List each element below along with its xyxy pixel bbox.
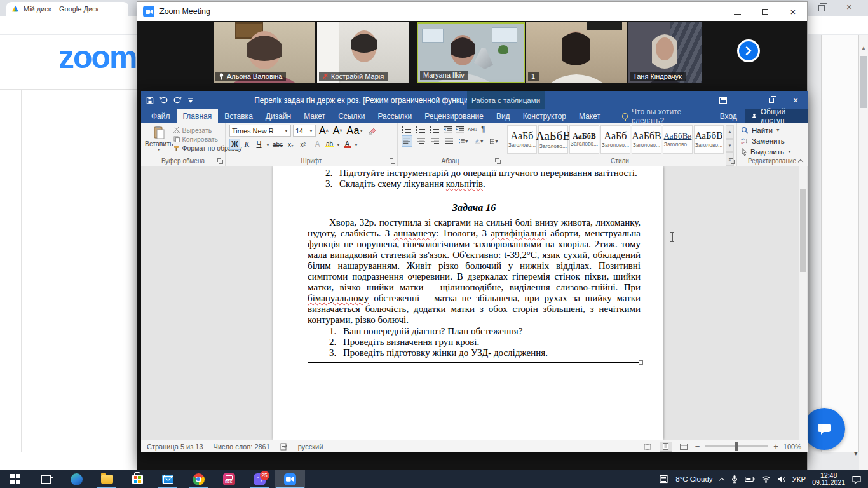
- microphone-icon[interactable]: [731, 475, 738, 484]
- share-button[interactable]: Общий доступ: [745, 109, 808, 123]
- tab-view[interactable]: Вид: [490, 109, 517, 123]
- tell-me-box[interactable]: Что вы хотите сделать?: [616, 109, 712, 123]
- numbering-icon[interactable]: [416, 125, 426, 133]
- weather-label[interactable]: 8°C Cloudy: [675, 475, 712, 483]
- superscript-button[interactable]: x²: [297, 139, 308, 150]
- scrollbar-thumb[interactable]: [860, 56, 867, 108]
- browser-close-button[interactable]: ×: [846, 1, 852, 12]
- show-hidden-icons-chevron[interactable]: [719, 477, 724, 482]
- sort-icon[interactable]: АЯ↓: [468, 126, 477, 132]
- paragraph-dialog-launcher[interactable]: [495, 158, 501, 164]
- strikethrough-button[interactable]: abc: [271, 139, 284, 150]
- increase-indent-icon[interactable]: [456, 126, 464, 133]
- line-spacing-button[interactable]: ▼: [458, 135, 470, 147]
- participant-video-2[interactable]: Кострабій Марія: [317, 22, 409, 83]
- tab-table-design[interactable]: Конструктор: [517, 109, 573, 123]
- mail-button[interactable]: [153, 470, 183, 488]
- align-left-button[interactable]: [402, 135, 412, 147]
- ribbon-display-options-button[interactable]: [711, 91, 735, 109]
- multilevel-list-icon[interactable]: [430, 125, 440, 133]
- support-chat-button[interactable]: [803, 408, 845, 450]
- clock[interactable]: 12:48 09.11.2021: [812, 472, 845, 487]
- page-dropdown-caret[interactable]: ▾: [854, 449, 858, 458]
- zoom-maximize-button[interactable]: [751, 2, 779, 21]
- edge-button[interactable]: [61, 470, 92, 488]
- table-resize-handle[interactable]: [639, 360, 643, 365]
- highlight-button[interactable]: ab: [324, 139, 335, 150]
- browser-tab[interactable]: Мій диск – Google Диск: [6, 2, 128, 16]
- underline-button[interactable]: Ч: [254, 139, 264, 150]
- font-dialog-launcher[interactable]: [390, 158, 395, 164]
- read-mode-button[interactable]: [642, 442, 654, 452]
- collapse-ribbon-button[interactable]: [798, 158, 803, 163]
- start-button[interactable]: [0, 470, 31, 488]
- viber-button[interactable]: 25: [244, 470, 275, 488]
- print-layout-button[interactable]: [660, 442, 672, 452]
- task-view-button[interactable]: [31, 470, 61, 488]
- save-icon[interactable]: [146, 97, 154, 104]
- customize-qat-icon[interactable]: [187, 97, 194, 104]
- italic-button[interactable]: К: [241, 139, 252, 150]
- participant-video-4[interactable]: 1: [526, 22, 627, 83]
- word-minimize-button[interactable]: [735, 91, 759, 109]
- word-scrollbar-thumb[interactable]: [800, 189, 806, 272]
- shrink-font-button[interactable]: А˅: [332, 125, 344, 137]
- zoom-taskbar-button[interactable]: [275, 470, 305, 488]
- zoom-slider-thumb[interactable]: [735, 442, 738, 451]
- select-button[interactable]: Выделить ▼: [741, 146, 804, 157]
- style-card[interactable]: АаБбЗаголово...: [507, 125, 537, 154]
- style-card[interactable]: АаБбЗаголово...: [600, 125, 630, 154]
- highlight-caret[interactable]: ▼: [336, 142, 341, 147]
- redo-icon[interactable]: [173, 97, 182, 104]
- microsoft-store-button[interactable]: [122, 470, 153, 488]
- grow-font-button[interactable]: А˄: [318, 125, 330, 137]
- tab-home[interactable]: Главная: [177, 109, 219, 123]
- style-card[interactable]: АаБбВЗаголово...: [694, 125, 724, 154]
- input-language[interactable]: УКР: [792, 475, 806, 483]
- wifi-icon[interactable]: [761, 475, 771, 483]
- action-center-icon[interactable]: [851, 475, 862, 484]
- borders-button[interactable]: ▼: [489, 135, 500, 147]
- language-indicator[interactable]: русский: [298, 443, 323, 451]
- chrome-button[interactable]: [183, 470, 214, 488]
- tab-review[interactable]: Рецензирование: [418, 109, 490, 123]
- word-scrollbar[interactable]: [799, 166, 807, 440]
- align-center-button[interactable]: [416, 135, 426, 147]
- zoom-close-button[interactable]: ×: [779, 2, 807, 21]
- zoom-slider[interactable]: [705, 445, 768, 447]
- justify-button[interactable]: [444, 135, 454, 147]
- font-color-caret[interactable]: ▼: [354, 142, 358, 147]
- screen-recorder-button[interactable]: REC: [214, 470, 244, 488]
- participant-video-3-active-speaker[interactable]: Maryana Ilkiv: [417, 22, 525, 83]
- participant-video-1[interactable]: Альона Валовіна: [214, 22, 315, 83]
- sign-in-button[interactable]: Вход: [712, 112, 745, 121]
- font-color-button[interactable]: А: [342, 139, 353, 150]
- find-button[interactable]: Найти ▼: [741, 125, 804, 135]
- bold-button[interactable]: Ж: [229, 139, 240, 150]
- tab-table-layout[interactable]: Макет: [573, 109, 607, 123]
- style-card[interactable]: АаБбВЗаголово...: [569, 125, 599, 154]
- proofing-icon[interactable]: [280, 443, 288, 451]
- shading-button[interactable]: ▼: [473, 135, 485, 147]
- undo-icon[interactable]: [159, 97, 168, 104]
- tab-layout[interactable]: Макет: [297, 109, 332, 123]
- zoom-out-button[interactable]: −: [695, 442, 700, 451]
- word-count[interactable]: Число слов: 2861: [214, 443, 270, 451]
- battery-icon[interactable]: [745, 475, 755, 483]
- text-effects-button[interactable]: А: [312, 139, 323, 150]
- clear-formatting-button[interactable]: [367, 125, 377, 137]
- scrollbar-up-arrow[interactable]: ▲: [861, 45, 866, 51]
- style-card[interactable]: АаБбВЗаголово...: [632, 125, 661, 154]
- web-layout-button[interactable]: [677, 442, 690, 452]
- zoom-in-button[interactable]: +: [773, 442, 778, 451]
- styles-scroll-up[interactable]: ▲: [726, 125, 734, 139]
- page-indicator[interactable]: Страница 5 из 13: [147, 443, 203, 451]
- change-case-button[interactable]: Аа▼: [346, 125, 365, 137]
- participant-video-5[interactable]: Таня Кіндрачук: [628, 22, 702, 83]
- zoom-level[interactable]: 100%: [783, 443, 801, 451]
- font-size-combo[interactable]: 14▼: [293, 125, 316, 137]
- tab-insert[interactable]: Вставка: [218, 109, 259, 123]
- clipboard-dialog-launcher[interactable]: [217, 158, 223, 164]
- browser-restore-button[interactable]: [818, 5, 825, 11]
- style-card[interactable]: АаБбВЗаголово...: [538, 125, 568, 154]
